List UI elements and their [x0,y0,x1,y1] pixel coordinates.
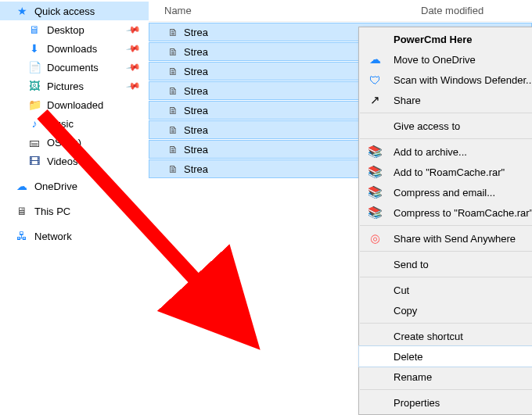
menu-label: Add to archive... [394,146,467,158]
menu-separator [360,389,532,390]
sidebar-label: Quick access [34,5,95,17]
column-headers: Name Date modified [149,0,532,22]
column-date[interactable]: Date modified [421,5,532,16]
explorer-window: ★ Quick access 🖥 Desktop 📌 ⬇ Downloads 📌… [0,0,532,415]
file-name: Strea [184,124,225,136]
menu-label: Send to [394,259,429,270]
menu-share[interactable]: ↗ Share [359,90,532,110]
sidebar-item-downloads[interactable]: ⬇ Downloads 📌 [0,39,149,58]
archive-icon: 📚 [367,145,383,159]
videos-icon: 🎞 [27,155,42,167]
navigation-pane: ★ Quick access 🖥 Desktop 📌 ⬇ Downloads 📌… [0,0,149,415]
sidebar-label: Network [34,231,72,242]
sidebar-item-desktop[interactable]: 🖥 Desktop 📌 [0,20,149,39]
pin-icon: 📌 [125,59,141,75]
column-name[interactable]: Name [164,5,421,16]
menu-properties[interactable]: Properties [359,392,532,413]
menu-send-anywhere[interactable]: ◎ Share with Send Anywhere [359,228,532,249]
menu-separator [360,113,532,113]
sidebar-onedrive[interactable]: ☁ OneDrive [0,177,149,195]
file-icon: 🗎 [165,46,181,58]
file-icon: 🗎 [165,124,181,136]
sidebar-item-pictures[interactable]: 🖼 Pictures 📌 [0,77,149,95]
menu-label: Add to "RoamCache.rar" [394,166,505,178]
music-icon: ♪ [27,117,42,130]
desktop-icon: 🖥 [27,23,42,36]
menu-send-to[interactable]: Send to › [359,254,532,274]
menu-compress-roamcache-email[interactable]: 📚 Compress to "RoamCache.rar" and email [359,202,532,223]
star-icon: ★ [14,5,30,17]
menu-move-to-onedrive[interactable]: ☁ Move to OneDrive [359,49,532,70]
menu-separator [360,225,532,226]
documents-icon: 📄 [27,61,42,73]
pictures-icon: 🖼 [27,80,42,92]
sidebar-item-videos[interactable]: 🎞 Videos [0,152,149,170]
menu-separator [360,251,532,252]
share-icon: ↗ [367,93,383,107]
pc-icon: 🖥 [14,205,30,217]
file-name: Strea [184,85,225,97]
menu-label: Share with Send Anywhere [394,233,516,245]
sidebar-label: Pictures [47,80,84,92]
archive-icon: 📚 [367,206,383,220]
menu-delete[interactable]: Delete [359,346,532,367]
shield-icon: 🛡 [367,73,383,87]
context-menu: PowerCmd Here ☁ Move to OneDrive 🛡 Scan … [358,27,532,415]
menu-scan-defender[interactable]: 🛡 Scan with Windows Defender... [359,70,532,90]
sidebar-label: This PC [34,206,70,217]
sidebar-label: OneDrive [34,181,77,192]
file-list-pane: Name Date modified 🗎 Strea :21 PM 🗎 Stre… [149,0,532,415]
menu-label: Share [394,95,421,106]
menu-separator [360,323,532,324]
cloud-icon: ☁ [14,180,30,192]
sidebar-label: Videos [47,156,78,167]
menu-give-access-to[interactable]: Give access to › [359,116,532,136]
file-icon: 🗎 [165,144,181,156]
menu-cut[interactable]: Cut [359,280,532,300]
pin-icon: 📌 [125,78,141,94]
sidebar-item-os-c[interactable]: 🖴 OS (C:) [0,133,149,152]
pin-icon: 📌 [125,22,141,38]
menu-copy[interactable]: Copy [359,300,532,320]
file-icon: 🗎 [165,105,181,116]
network-icon: 🖧 [14,230,30,242]
sidebar-item-downloaded[interactable]: 📁 Downloaded [0,95,149,114]
sidebar-label: Desktop [47,24,84,36]
sidebar-label: Downloads [47,43,97,55]
file-name: Strea [184,163,225,175]
file-icon: 🗎 [165,163,181,175]
cloud-icon: ☁ [367,52,383,66]
pin-icon: 📌 [125,41,141,56]
menu-label: Scan with Windows Defender... [394,74,532,86]
sidebar-quick-access[interactable]: ★ Quick access [0,2,149,20]
download-icon: ⬇ [27,42,42,55]
drive-icon: 🖴 [27,136,42,148]
archive-icon: 📚 [367,165,383,179]
menu-powercmd[interactable]: PowerCmd Here [359,29,532,49]
menu-label: Give access to [394,120,460,132]
menu-label: Compress to "RoamCache.rar" and email [394,207,532,219]
sidebar-network[interactable]: 🖧 Network [0,227,149,245]
archive-icon: 📚 [367,185,383,199]
menu-label: Move to OneDrive [394,54,476,66]
file-name: Strea [184,27,225,38]
send-anywhere-icon: ◎ [367,231,383,245]
file-icon: 🗎 [165,66,181,77]
file-icon: 🗎 [165,85,181,97]
menu-rename[interactable]: Rename [359,367,532,387]
file-name: Strea [184,105,225,116]
menu-separator [360,138,532,139]
sidebar-item-documents[interactable]: 📄 Documents 📌 [0,58,149,77]
file-name: Strea [184,46,225,58]
folder-icon: 📁 [27,98,42,111]
menu-separator [360,277,532,277]
menu-add-to-archive[interactable]: 📚 Add to archive... [359,141,532,162]
menu-add-to-roamcache[interactable]: 📚 Add to "RoamCache.rar" [359,162,532,182]
file-name: Strea [184,66,225,77]
sidebar-this-pc[interactable]: 🖥 This PC [0,202,149,220]
sidebar-item-music[interactable]: ♪ Music [0,114,149,133]
menu-compress-email[interactable]: 📚 Compress and email... [359,182,532,202]
file-icon: 🗎 [165,27,181,38]
menu-create-shortcut[interactable]: Create shortcut [359,326,532,346]
sidebar-label: OS (C:) [47,137,81,148]
